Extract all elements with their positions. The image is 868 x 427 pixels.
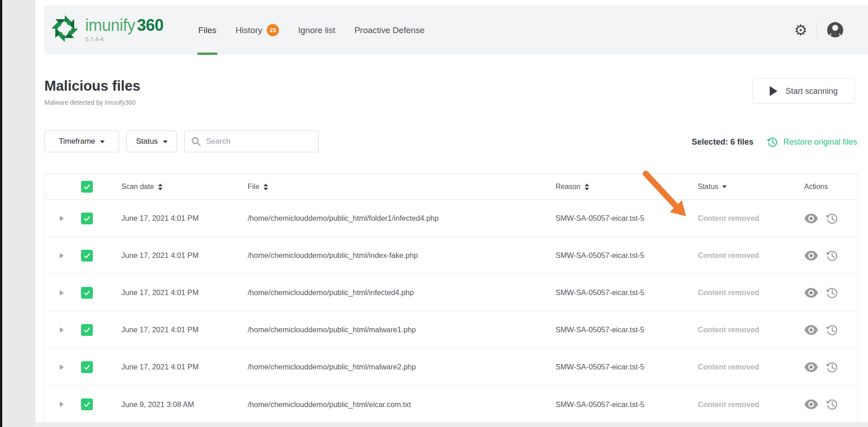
table-row: June 9, 2021 3:08 AM /home/chemiclouddem… — [44, 386, 858, 423]
check-icon — [83, 252, 91, 260]
restore-history-icon — [766, 136, 778, 148]
tab-ignore-list[interactable]: Ignore list — [298, 5, 335, 55]
file-path-cell: /home/chemiclouddemo/public_html/index-f… — [248, 251, 556, 260]
reason-cell: SMW-SA-05057-eicar.tst-5 — [556, 325, 698, 334]
eye-icon[interactable] — [804, 251, 818, 261]
start-scanning-button[interactable]: Start scanning — [753, 78, 855, 104]
reason-cell: SMW-SA-05057-eicar.tst-5 — [556, 288, 698, 297]
check-icon — [83, 363, 91, 371]
tab-files[interactable]: Files — [198, 5, 216, 55]
restore-file-icon[interactable] — [825, 360, 839, 374]
expand-row-icon[interactable] — [60, 216, 64, 221]
selection-bar: Selected: 6 files Restore original files — [692, 136, 857, 148]
restore-file-icon[interactable] — [825, 249, 839, 262]
filter-bar: Timeframe Status — [44, 131, 319, 152]
check-icon — [83, 400, 91, 408]
file-path-cell: /home/chemiclouddemo/public_html/folder1… — [248, 214, 556, 223]
tab-proactive-defense[interactable]: Proactive Defense — [355, 5, 425, 55]
check-icon — [83, 183, 91, 191]
restore-original-files-link[interactable]: Restore original files — [766, 136, 857, 148]
check-icon — [83, 289, 91, 297]
row-checkbox[interactable] — [81, 250, 93, 262]
file-path-cell: /home/chemiclouddemo/public_html/malware… — [248, 325, 556, 334]
row-checkbox[interactable] — [81, 324, 93, 336]
scan-date-cell: June 17, 2021 4:01 PM — [121, 363, 248, 371]
column-header-status[interactable]: Status — [698, 183, 727, 191]
play-icon — [770, 86, 777, 96]
status-dropdown[interactable]: Status — [126, 131, 177, 152]
main-nav: Files History 25 Ignore list Proactive D… — [198, 5, 425, 55]
page-title: Malicious files — [44, 78, 140, 94]
column-header-file[interactable]: File — [248, 183, 268, 191]
expand-row-icon[interactable] — [60, 364, 64, 370]
table-row: June 17, 2021 4:01 PM /home/chemicloudde… — [44, 349, 858, 386]
reason-cell: SMW-SA-05057-eicar.tst-5 — [556, 214, 698, 223]
sort-icon — [158, 184, 163, 190]
check-icon — [83, 214, 91, 223]
chevron-down-icon — [100, 141, 105, 143]
expand-row-icon[interactable] — [60, 327, 64, 333]
restore-file-icon[interactable] — [825, 323, 839, 337]
file-path-cell: /home/chemiclouddemo/public_html/malware… — [248, 363, 556, 371]
file-path-cell: /home/chemiclouddemo/public_html/infecte… — [248, 288, 556, 297]
status-cell: Content removed — [698, 363, 804, 371]
reason-cell: SMW-SA-05057-eicar.tst-5 — [556, 400, 698, 409]
eye-icon[interactable] — [804, 399, 818, 409]
malicious-files-table: Scan date File Reason Status Actions Jun… — [44, 174, 858, 423]
row-checkbox[interactable] — [81, 398, 93, 410]
header-actions: ⚙ — [794, 5, 844, 55]
eye-icon[interactable] — [804, 362, 818, 372]
restore-file-icon[interactable] — [825, 212, 839, 225]
eye-icon[interactable] — [804, 325, 818, 335]
chevron-down-icon — [163, 141, 168, 143]
restore-file-icon[interactable] — [825, 286, 839, 300]
search-icon — [191, 136, 201, 146]
settings-gear-icon[interactable]: ⚙ — [794, 23, 807, 38]
imunify-logo-icon — [51, 15, 79, 43]
scan-date-cell: June 9, 2021 3:08 AM — [121, 400, 248, 409]
search-input[interactable] — [206, 137, 312, 146]
status-cell: Content removed — [698, 400, 804, 409]
version-label: 5.7.4-4 — [85, 36, 163, 43]
brand-logo: imunify360 5.7.4-4 — [51, 12, 163, 43]
scan-date-cell: June 17, 2021 4:01 PM — [121, 251, 248, 260]
status-cell: Content removed — [698, 288, 804, 297]
sort-desc-icon — [722, 185, 727, 188]
status-cell: Content removed — [698, 251, 804, 260]
timeframe-dropdown[interactable]: Timeframe — [44, 131, 119, 152]
restore-file-icon[interactable] — [825, 398, 839, 411]
scan-date-cell: June 17, 2021 4:01 PM — [121, 325, 248, 334]
reason-cell: SMW-SA-05057-eicar.tst-5 — [556, 251, 698, 260]
selected-count-label: Selected: 6 files — [692, 137, 753, 147]
sort-icon — [585, 184, 589, 190]
eye-icon[interactable] — [804, 214, 818, 223]
scan-date-cell: June 17, 2021 4:01 PM — [121, 214, 248, 223]
eye-icon[interactable] — [804, 288, 818, 298]
history-count-badge: 25 — [267, 24, 279, 36]
row-checkbox[interactable] — [81, 213, 93, 224]
page-subtitle: Malware detected by Imunify360 — [44, 99, 136, 106]
search-field[interactable] — [184, 131, 319, 152]
page-bottom-strip — [36, 422, 868, 427]
reason-cell: SMW-SA-05057-eicar.tst-5 — [556, 363, 698, 371]
status-cell: Content removed — [698, 214, 804, 223]
expand-row-icon[interactable] — [60, 402, 64, 407]
row-checkbox[interactable] — [81, 361, 93, 373]
table-header-row: Scan date File Reason Status Actions — [44, 174, 858, 200]
check-icon — [83, 326, 91, 334]
active-tab-underline — [197, 53, 217, 55]
expand-row-icon[interactable] — [60, 253, 64, 258]
table-row: June 17, 2021 4:01 PM /home/chemicloudde… — [44, 237, 858, 274]
header-divider — [816, 22, 817, 39]
column-header-reason[interactable]: Reason — [556, 183, 589, 191]
sort-icon — [264, 184, 268, 190]
select-all-checkbox[interactable] — [81, 181, 93, 193]
tab-history[interactable]: History 25 — [235, 5, 279, 55]
user-avatar-icon[interactable] — [826, 21, 844, 39]
scan-date-cell: June 17, 2021 4:01 PM — [121, 288, 248, 297]
row-checkbox[interactable] — [81, 287, 93, 299]
expand-row-icon[interactable] — [60, 290, 64, 296]
status-cell: Content removed — [698, 325, 804, 334]
app-header: imunify360 5.7.4-4 Files History 25 Igno… — [44, 5, 868, 55]
column-header-scan-date[interactable]: Scan date — [121, 183, 163, 191]
